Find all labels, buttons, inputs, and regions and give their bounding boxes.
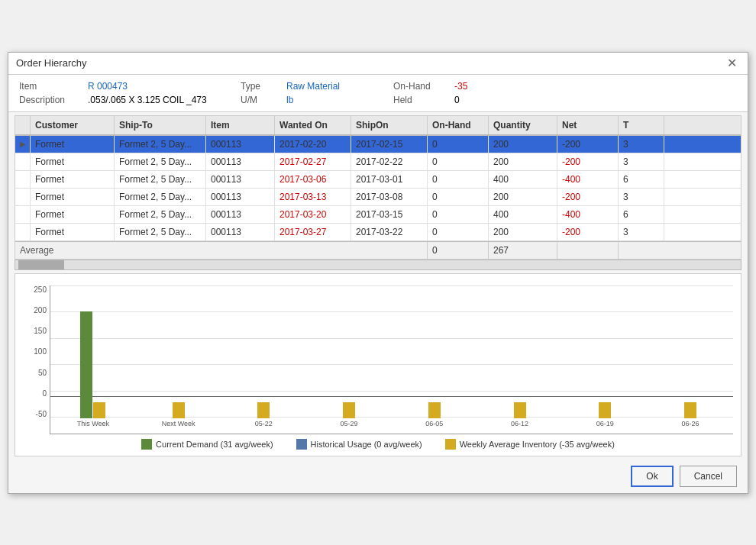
item-label: Item: [19, 81, 88, 92]
onhand-value: -35: [454, 81, 500, 92]
average-row: Average 0 267: [15, 241, 741, 259]
x-axis-label: 06-26: [648, 418, 733, 434]
table-cell: Formet: [31, 153, 115, 170]
legend-swatch: [141, 439, 152, 450]
table-cell: 6: [619, 171, 664, 188]
bars-area: [50, 285, 733, 418]
inventory-bar: [257, 402, 270, 418]
table-cell: 000113: [206, 206, 275, 223]
bar-group: [477, 402, 563, 418]
close-button[interactable]: ✕: [724, 57, 740, 69]
table-cell: 0: [428, 171, 489, 188]
table-row[interactable]: FormetFormet 2, 5 Day...0001132017-03-27…: [15, 224, 741, 241]
table-cell: 2017-03-22: [351, 224, 428, 240]
col-expand: [15, 116, 31, 134]
y-axis-tick: 50: [23, 369, 50, 377]
um-label: U/M: [241, 95, 286, 105]
chart-legend: Current Demand (31 avg/week)Historical U…: [23, 434, 733, 450]
table-cell: 2017-03-20: [275, 206, 351, 223]
table-cell: Formet: [31, 171, 115, 188]
type-label: Type: [241, 81, 286, 92]
chart-section: 250200150100500-50 This WeekNext Week05-…: [15, 273, 741, 456]
table-cell: 0: [428, 224, 489, 240]
table-cell: 2017-03-06: [275, 171, 351, 188]
y-axis-tick: 150: [23, 327, 50, 335]
table-cell: 0: [428, 153, 489, 170]
legend-label: Historical Usage (0 avg/week): [311, 440, 422, 449]
table-cell: 3: [619, 189, 664, 205]
table-cell: 000113: [206, 171, 275, 188]
table-cell: 2017-02-22: [351, 153, 428, 170]
table-cell: -400: [557, 171, 619, 188]
table-cell: 000113: [206, 153, 275, 170]
type-value: Raw Material: [286, 81, 393, 92]
inventory-bar: [514, 402, 526, 418]
ok-button[interactable]: Ok: [631, 466, 673, 487]
legend-item: Current Demand (31 avg/week): [141, 439, 273, 450]
x-labels: This WeekNext Week05-2205-2906-0506-1206…: [50, 418, 733, 434]
table-cell: 0: [428, 189, 489, 205]
table-cell: Formet 2, 5 Day...: [115, 206, 206, 223]
chart-container: 250200150100500-50 This WeekNext Week05-…: [23, 282, 733, 434]
table-cell: 000113: [206, 224, 275, 240]
table-cell: 2017-03-15: [351, 206, 428, 223]
dialog-title: Order Hierarchy: [16, 57, 86, 69]
table-cell: [15, 171, 31, 188]
info-section: Item R 000473 Type Raw Material On-Hand …: [8, 75, 748, 112]
scroll-thumb[interactable]: [18, 260, 64, 269]
legend-label: Weekly Average Inventory (-35 avg/week): [460, 440, 615, 449]
chart-plot: This WeekNext Week05-2205-2906-0506-1206…: [50, 285, 733, 434]
table-cell: Formet 2, 5 Day...: [115, 224, 206, 240]
avg-onhand: 0: [428, 242, 489, 259]
table-cell: 0: [428, 136, 489, 153]
y-axis-tick: -50: [23, 410, 50, 418]
x-axis-label: 06-19: [563, 418, 648, 434]
table-row[interactable]: ▶FormetFormet 2, 5 Day...0001132017-02-2…: [15, 136, 741, 153]
description-value: .053/.065 X 3.125 COIL _473: [88, 95, 241, 105]
table-row[interactable]: FormetFormet 2, 5 Day...0001132017-03-06…: [15, 171, 741, 189]
y-axis: 250200150100500-50: [23, 285, 50, 434]
table-cell: 400: [489, 171, 557, 188]
table-cell: -200: [557, 189, 619, 205]
table-cell: 2017-02-20: [275, 136, 351, 153]
table-cell: [15, 189, 31, 205]
table-cell: 2017-02-15: [351, 136, 428, 153]
col-shipon: ShipOn: [351, 116, 428, 134]
table-cell: 200: [489, 224, 557, 240]
table-row[interactable]: FormetFormet 2, 5 Day...0001132017-03-13…: [15, 189, 741, 206]
table-cell: ▶: [15, 136, 31, 153]
table-cell: 2017-03-13: [275, 189, 351, 205]
table-cell: 2017-03-27: [275, 224, 351, 240]
x-axis-label: 05-29: [306, 418, 392, 434]
x-axis-label: 06-12: [477, 418, 563, 434]
table-cell: Formet: [31, 224, 115, 240]
footer-buttons: Ok Cancel: [8, 460, 748, 493]
table-cell: 200: [489, 189, 557, 205]
table-cell: 0: [428, 206, 489, 223]
table-cell: 2017-02-27: [275, 153, 351, 170]
um-value: lb: [286, 95, 393, 105]
bar-group: [136, 402, 221, 418]
cancel-button[interactable]: Cancel: [680, 466, 737, 487]
table-cell: Formet 2, 5 Day...: [115, 136, 206, 153]
x-axis-label: 05-22: [221, 418, 307, 434]
table-cell: Formet: [31, 206, 115, 223]
table-row[interactable]: FormetFormet 2, 5 Day...0001132017-03-20…: [15, 206, 741, 224]
inventory-bar: [93, 402, 105, 418]
table-row[interactable]: FormetFormet 2, 5 Day...0001132017-02-27…: [15, 153, 741, 171]
table-cell: 3: [619, 224, 664, 240]
table-cell: Formet 2, 5 Day...: [115, 171, 206, 188]
table-cell: 2017-03-08: [351, 189, 428, 205]
legend-item: Historical Usage (0 avg/week): [296, 439, 422, 450]
table-cell: -200: [557, 153, 619, 170]
y-axis-tick: 200: [23, 306, 50, 314]
demand-bar: [80, 311, 92, 418]
onhand-label: On-Hand: [393, 81, 454, 92]
col-customer: Customer: [31, 116, 115, 134]
col-shipto: Ship-To: [115, 116, 206, 134]
horizontal-scrollbar[interactable]: [15, 260, 741, 270]
x-axis-label: Next Week: [136, 418, 221, 434]
table-cell: 200: [489, 136, 557, 153]
table-cell: 200: [489, 153, 557, 170]
col-onhand: On-Hand: [428, 116, 489, 134]
